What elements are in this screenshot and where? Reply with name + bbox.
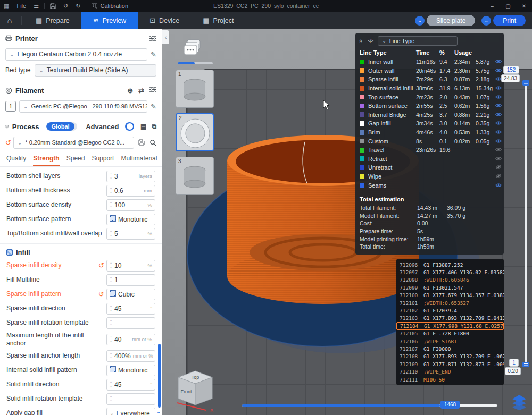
tab-preview[interactable]: ≋Preview <box>81 12 138 29</box>
home-button[interactable]: ⌂ <box>0 12 19 29</box>
param-input-maximum-length-of-the-infill-anchor[interactable]: ⌃⌄40mm or % <box>106 334 155 345</box>
printer-preset-dropdown[interactable]: ⌄ Elegoo Centauri Carbon 2 0.4 nozzle <box>5 48 147 61</box>
plates-stack-icon[interactable] <box>184 39 202 56</box>
gcode-line[interactable]: 712110;WIPE_END <box>396 368 504 375</box>
process-preset-dropdown[interactable]: ⌄ * 0.20mm Standard @Elegoo CC2 0... <box>13 137 134 149</box>
gcode-line[interactable]: 712104G1 X177.998 Y131.68 E.02572 <box>396 322 504 329</box>
calibration-button[interactable]: Calibration <box>88 0 132 12</box>
gcode-line[interactable]: 712097G1 X177.406 Y136.02 E.03582 <box>396 268 504 276</box>
param-tab-strength[interactable]: Strength <box>33 155 59 166</box>
bed-type-dropdown[interactable]: ⌄ Textured Build Plate (Side A) <box>35 64 156 77</box>
orientation-gizmo[interactable]: Top Front X <box>173 366 218 412</box>
param-tab-speed[interactable]: Speed <box>66 155 85 166</box>
stepper-icon[interactable]: ⌃⌄ <box>110 202 112 207</box>
eye-icon[interactable] <box>495 129 502 135</box>
edit-filament-button[interactable]: ✎ <box>151 103 156 111</box>
filament-preset-dropdown[interactable]: ⌄ Generic PC @Elegoo - 290 110 f0.98 MVS… <box>19 100 147 113</box>
eye-icon[interactable] <box>495 112 502 118</box>
print-dropdown-button[interactable]: ⌄ <box>481 16 491 26</box>
filament-color-swatch[interactable]: 1 <box>5 101 16 112</box>
filament-settings-icon[interactable] <box>149 87 156 92</box>
eye-off-icon[interactable] <box>495 147 502 153</box>
file-menu[interactable]: File <box>13 0 30 12</box>
eye-off-icon[interactable] <box>495 173 502 180</box>
stepper-icon[interactable]: ⌃⌄ <box>110 320 112 325</box>
process-scope-toggle[interactable]: Global Objects <box>46 122 77 131</box>
save-preset-icon[interactable] <box>138 139 145 146</box>
param-input-bottom-surface-pattern[interactable]: Monotonic <box>106 214 155 225</box>
param-input-sparse-infill-pattern[interactable]: Cubic <box>106 289 155 300</box>
objects-panel-icon[interactable]: ⧉ <box>152 123 156 130</box>
eye-icon[interactable] <box>495 138 502 145</box>
close-button[interactable]: ✕ <box>516 0 532 12</box>
scope-objects[interactable]: Objects <box>74 122 78 131</box>
gcode-line[interactable]: 712102G1 F12039.4 <box>396 307 504 314</box>
stepper-icon[interactable]: ⌃⌄ <box>110 382 112 387</box>
eye-off-icon[interactable] <box>495 156 502 162</box>
param-list-icon[interactable]: ▤ <box>140 123 146 130</box>
gcode-line[interactable]: 712098;WIDTH:0.605846 <box>396 276 504 284</box>
tab-project[interactable]: ▦Project <box>191 12 245 29</box>
gcode-line[interactable]: 712105G1 E-.728 F1800 <box>396 330 504 337</box>
eye-off-icon[interactable] <box>495 164 502 171</box>
plate-thumbnail-2[interactable]: 2 <box>176 113 214 151</box>
param-input-bottom-shell-layers[interactable]: ⌃⌄3layers <box>106 171 155 182</box>
printer-settings-icon[interactable] <box>149 36 156 41</box>
eye-icon[interactable] <box>495 120 502 126</box>
print-button[interactable]: Print <box>493 15 526 26</box>
add-filament-icon[interactable]: ⊕ <box>127 87 133 95</box>
view-type-dropdown[interactable]: ⌄ Line Type <box>378 36 458 46</box>
param-input-fill-multiline[interactable]: ⌃⌄1 <box>106 274 155 286</box>
gcode-window-icon[interactable]: </> <box>368 38 373 44</box>
redo-button[interactable]: ↻ <box>72 0 84 12</box>
eye-icon[interactable] <box>495 182 502 189</box>
param-input-bottom-surface-density[interactable]: ⌃⌄100% <box>106 199 155 211</box>
maximize-button[interactable]: ▢ <box>500 0 516 12</box>
stepper-icon[interactable]: ⌃⌄ <box>110 277 112 282</box>
collapse-sidebar-button[interactable]: ‹ <box>162 30 169 44</box>
param-input-sparse-infill-anchor-length[interactable]: ⌃⌄400%mm or % <box>106 350 155 362</box>
slice-plate-button[interactable]: Slice plate <box>427 15 475 26</box>
param-tab-support[interactable]: Support <box>92 155 114 166</box>
slice-dropdown-button[interactable]: ⌄ <box>415 16 425 26</box>
param-input-internal-solid-infill-pattern[interactable]: Monotonic <box>106 365 155 376</box>
param-tab-quality[interactable]: Quality <box>6 155 26 166</box>
stepper-icon[interactable]: ⌃⌄ <box>110 337 112 342</box>
gcode-line[interactable]: 712103G1 X177.893 Y132.709 E.04132 <box>396 315 504 322</box>
search-icon[interactable] <box>149 139 156 146</box>
eye-icon[interactable] <box>495 67 502 74</box>
app-icon[interactable]: ▦ <box>0 0 13 12</box>
layer-slider-bottom-handle[interactable] <box>522 362 529 367</box>
sidebar-scrollbar[interactable] <box>158 344 161 408</box>
gcode-line[interactable]: 712101;WIDTH:0.653527 <box>396 299 504 307</box>
param-input-solid-infill-direction[interactable]: ⌃⌄45° <box>106 379 155 391</box>
param-input-sparse-infill-direction[interactable]: ⌃⌄45° <box>106 303 155 315</box>
param-input-apply-gap-fill[interactable]: ⌄Everywhere <box>106 408 155 415</box>
stepper-icon[interactable]: ⌃⌄ <box>110 263 112 268</box>
stepper-icon[interactable]: ⌃⌄ <box>110 353 112 358</box>
gcode-line[interactable]: 712106;WIPE_START <box>396 337 504 345</box>
stepper-icon[interactable]: ⌃⌄ <box>110 174 112 179</box>
eye-icon[interactable] <box>495 85 502 91</box>
param-tab-multimaterial[interactable]: Multimaterial <box>121 155 157 166</box>
param-input-sparse-infill-rotation-template[interactable]: ⌃⌄ <box>106 317 155 329</box>
minimize-button[interactable]: – <box>484 0 500 12</box>
gcode-line[interactable]: 712100G1 X177.679 Y134.357 E.03875 <box>396 292 504 299</box>
scroll-down-icon[interactable]: ⌄ <box>156 408 161 415</box>
param-input-solid-infill-rotation-template[interactable]: ⌃⌄ <box>106 393 155 405</box>
plate-thumbnail-3[interactable]: 3 <box>176 157 214 195</box>
stepper-icon[interactable]: ⌃⌄ <box>110 231 112 236</box>
stepper-icon[interactable]: ⌃⌄ <box>110 396 112 401</box>
param-input-top-bottom-solid-infill-wall-overlap[interactable]: ⌃⌄5% <box>106 228 155 240</box>
layer-slider-top-handle[interactable] <box>522 80 529 86</box>
param-input-bottom-shell-thickness[interactable]: ⌃⌄0.6mm <box>106 185 155 197</box>
gcode-line[interactable]: 712111M106 S0 <box>396 376 504 383</box>
sync-filament-icon[interactable]: ⇄ <box>138 87 144 95</box>
reset-param-icon[interactable]: ↺ <box>98 290 104 298</box>
stepper-icon[interactable]: ⌃⌄ <box>110 188 112 193</box>
collapse-panel-icon[interactable]: « <box>358 39 364 43</box>
thumbnail-size-slider[interactable] <box>178 62 213 64</box>
gcode-line[interactable]: 712096G1 F13887.252 <box>396 261 504 268</box>
eye-icon[interactable] <box>495 94 502 100</box>
param-input-sparse-infill-density[interactable]: ⌃⌄10% <box>106 260 155 272</box>
